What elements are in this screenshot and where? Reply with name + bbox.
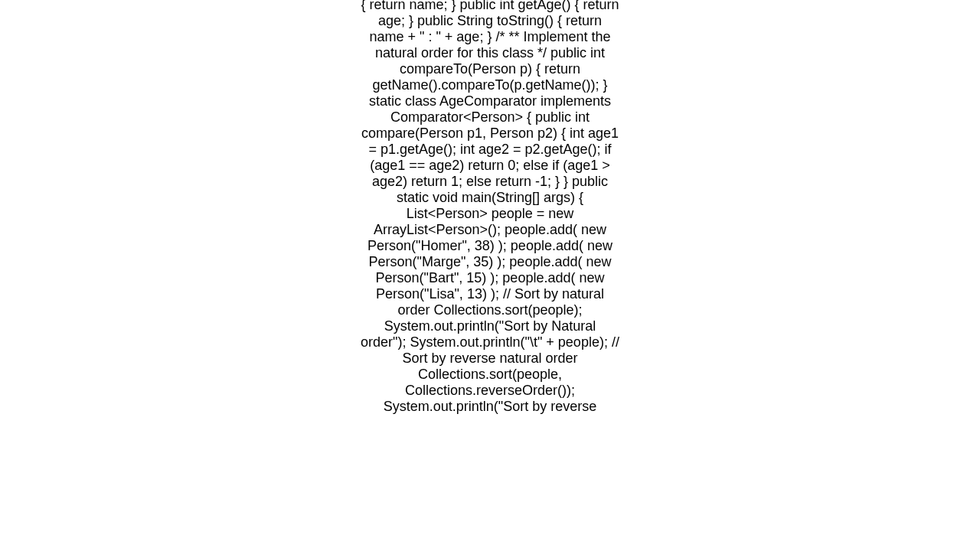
- code-text-block: { return name; } public int getAge() { r…: [360, 0, 620, 415]
